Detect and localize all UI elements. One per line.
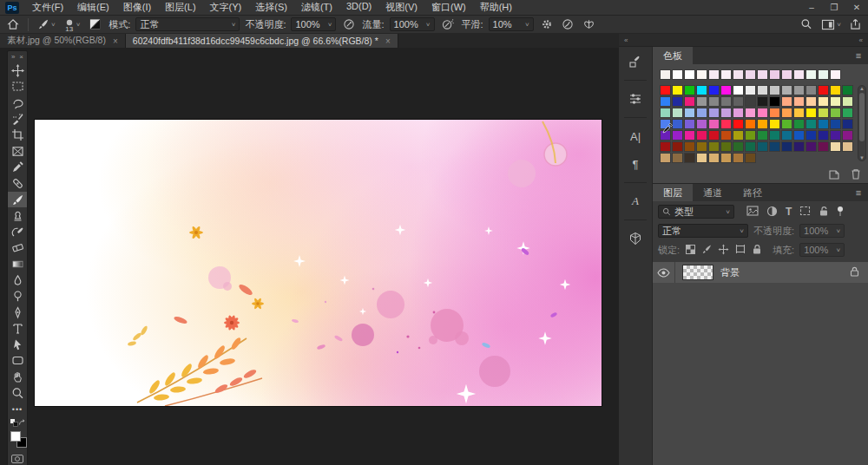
color-swatch[interactable] [793,108,805,118]
color-swatch[interactable] [793,119,805,129]
color-swatch[interactable] [660,141,671,152]
color-swatch[interactable] [696,69,707,80]
color-swatch[interactable] [793,141,805,152]
color-swatch[interactable] [684,85,695,95]
lock-pixels-icon[interactable] [701,244,713,257]
color-swatch[interactable] [684,108,695,118]
layer-blend-mode-select[interactable]: 正常˅ [658,224,748,238]
blur-tool[interactable] [8,272,27,289]
layer-filter-type-select[interactable]: 类型˅ [658,205,734,219]
color-swatch[interactable] [684,141,695,152]
path-selection-tool[interactable] [8,337,27,353]
color-swatch[interactable] [757,141,768,152]
color-swatch[interactable] [684,69,695,80]
color-swatch[interactable] [696,85,707,95]
brush-tool-preset-icon[interactable]: ˅ [36,17,57,31]
smoothing-options-gear-icon[interactable] [539,17,555,31]
color-swatch[interactable] [830,96,841,107]
color-swatch[interactable] [672,85,683,95]
color-swatch[interactable] [708,141,720,152]
color-swatch[interactable] [781,130,792,141]
minimize-button[interactable]: – [800,0,823,15]
search-icon[interactable] [799,17,814,31]
color-swatch[interactable] [830,69,841,80]
color-swatch[interactable] [660,119,671,129]
object-selection-tool[interactable] [8,111,27,128]
swatches-panel-menu-icon[interactable]: ≡ [849,47,868,64]
color-swatch[interactable] [745,69,756,80]
color-swatch[interactable] [733,69,744,80]
color-swatch[interactable] [745,153,756,163]
color-swatch[interactable] [708,69,720,80]
menu-item[interactable]: 文件(F) [26,0,69,16]
color-swatch[interactable] [769,69,780,80]
blend-mode-select[interactable]: 正常˅ [135,17,240,31]
color-swatch[interactable] [660,85,671,95]
smoothing-input[interactable]: 10%˅ [489,17,534,31]
color-swatch[interactable] [806,119,817,129]
color-swatch[interactable] [720,153,732,163]
edit-toolbar-icon[interactable]: ••• [8,401,27,417]
color-swatch[interactable] [720,69,732,80]
color-swatch[interactable] [708,85,720,95]
menu-item[interactable]: 帮助(H) [474,0,518,16]
filter-pixel-layers-icon[interactable] [746,206,759,218]
color-swatch[interactable] [660,69,671,80]
swatches-scrollbar[interactable]: ▲ ▼ [858,85,866,161]
quick-mask-icon[interactable] [11,455,23,463]
tab-close-icon[interactable]: × [385,36,391,46]
color-swatch[interactable] [672,108,683,118]
color-swatch[interactable] [660,130,671,141]
color-swatch[interactable] [830,141,841,152]
color-swatch[interactable] [660,153,671,163]
filter-adjustment-layers-icon[interactable] [766,206,778,219]
color-swatch[interactable] [757,69,768,80]
scroll-down-icon[interactable]: ▼ [858,155,865,160]
lock-position-icon[interactable] [718,244,729,257]
color-swatch[interactable] [769,108,780,118]
color-swatch[interactable] [745,130,756,141]
brush-panel-toggle-icon[interactable] [87,17,103,31]
color-swatch[interactable] [708,153,720,163]
toolbar-close-icon[interactable]: × [19,53,23,61]
color-swatch[interactable] [684,119,695,129]
color-swatch[interactable] [842,96,853,107]
color-swatch[interactable] [806,96,817,107]
home-icon[interactable] [5,17,21,31]
color-swatch[interactable] [818,108,829,118]
default-colors-icon[interactable] [10,418,18,429]
color-swatch[interactable] [781,141,792,152]
layer-filter-toggle[interactable] [837,206,844,219]
color-swatch[interactable] [830,85,841,95]
toolbar-collapse-icon[interactable]: » [11,53,15,61]
color-swatch[interactable] [696,141,707,152]
spot-healing-brush-tool[interactable] [8,175,27,192]
color-swatch[interactable] [842,141,853,152]
color-swatch[interactable] [769,85,780,95]
color-swatch[interactable] [672,119,683,129]
tab-layers[interactable]: 图层 [653,184,693,201]
color-swatch[interactable] [720,108,732,118]
color-swatch[interactable] [684,153,695,163]
lock-artboard-icon[interactable] [734,244,746,256]
color-swatch[interactable] [745,85,756,95]
color-swatch[interactable] [793,130,805,141]
filter-smart-objects-icon[interactable] [819,206,829,219]
color-swatch[interactable] [781,85,792,95]
color-swatch[interactable] [720,141,732,152]
scrollbar-thumb[interactable] [859,93,865,141]
color-swatch[interactable] [781,96,792,107]
color-swatch[interactable] [830,130,841,141]
close-button[interactable]: ✕ [845,0,868,15]
dock-collapse-right-icon[interactable]: « [859,36,863,44]
delete-swatch-trash-icon[interactable] [851,168,861,181]
layer-locked-icon[interactable] [850,266,859,278]
color-swatch[interactable] [733,108,744,118]
color-swatch[interactable] [672,130,683,141]
color-swatch[interactable] [733,85,744,95]
libraries-panel-icon[interactable] [625,229,646,248]
color-swatch[interactable] [806,108,817,118]
color-swatch[interactable] [842,85,853,95]
color-swatch[interactable] [793,69,805,80]
restore-button[interactable]: ❐ [823,0,845,15]
